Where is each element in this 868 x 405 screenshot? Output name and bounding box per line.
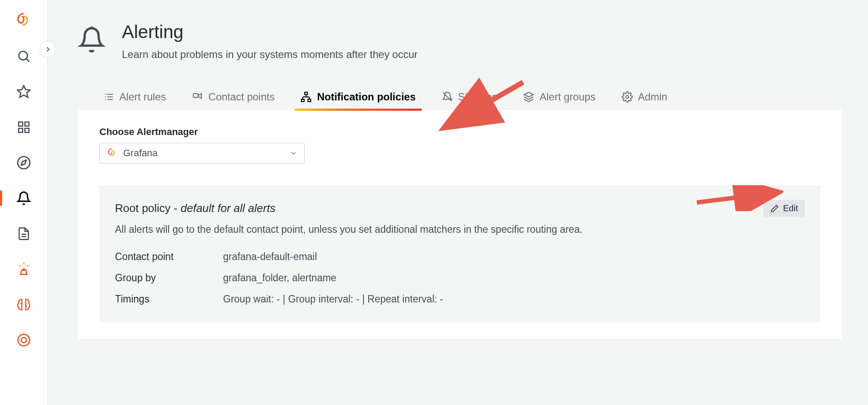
- choose-alertmanager-label: Choose Alertmanager: [99, 126, 820, 138]
- content-card: Choose Alertmanager Grafana Root policy …: [78, 110, 842, 339]
- root-policy-title-prefix: Root policy -: [115, 202, 181, 215]
- dashboards-icon[interactable]: [15, 119, 32, 136]
- bell-icon: [78, 26, 105, 54]
- tab-label: Admin: [638, 91, 667, 103]
- root-policy-panel: Root policy - default for all alerts Edi…: [99, 185, 820, 322]
- document-icon[interactable]: [15, 225, 32, 242]
- group-by-label: Group by: [115, 272, 223, 284]
- tab-label: Contact points: [208, 91, 274, 103]
- search-icon[interactable]: [15, 48, 32, 65]
- tab-label: Alert groups: [539, 91, 595, 103]
- ml-icon[interactable]: [15, 296, 32, 313]
- tab-contact-points[interactable]: Contact points: [192, 91, 274, 110]
- chevron-down-icon: [290, 149, 297, 157]
- sidebar: [0, 0, 48, 405]
- contact-point-value: grafana-default-email: [223, 251, 805, 263]
- svg-rect-5: [19, 129, 22, 132]
- timings-label: Timings: [115, 293, 223, 305]
- edit-button[interactable]: Edit: [763, 200, 805, 217]
- incident-icon[interactable]: [15, 260, 32, 278]
- grafana-mini-icon: [107, 148, 117, 158]
- svg-rect-4: [25, 122, 29, 126]
- svg-point-33: [625, 96, 629, 99]
- alertmanager-selected-value: Grafana: [123, 148, 284, 159]
- tab-alert-groups[interactable]: Alert groups: [523, 91, 595, 110]
- page-header: Alerting Learn about problems in your sy…: [78, 22, 842, 61]
- tab-label: Alert rules: [119, 91, 166, 103]
- pencil-icon: [770, 204, 779, 213]
- root-policy-title: Root policy - default for all alerts: [115, 202, 275, 215]
- tab-label: Notification policies: [317, 91, 415, 103]
- tabs: Alert rules Contact points Notification …: [78, 91, 842, 110]
- svg-marker-2: [17, 86, 29, 97]
- oncall-icon[interactable]: [15, 331, 32, 349]
- grafana-logo-icon[interactable]: [15, 12, 32, 29]
- root-policy-title-italic: default for all alerts: [181, 202, 276, 215]
- tab-silences[interactable]: Silences: [442, 91, 498, 110]
- policy-details: Contact point grafana-default-email Grou…: [115, 251, 805, 305]
- svg-point-0: [19, 51, 27, 60]
- svg-marker-32: [524, 92, 533, 97]
- svg-point-14: [18, 334, 29, 346]
- timings-value: Group wait: - | Group interval: - | Repe…: [223, 293, 805, 305]
- alertmanager-select[interactable]: Grafana: [99, 143, 305, 164]
- page-subtitle: Learn about problems in your systems mom…: [122, 48, 418, 61]
- svg-point-7: [17, 157, 29, 169]
- svg-rect-25: [302, 99, 305, 101]
- expand-sidebar-button[interactable]: [40, 41, 56, 58]
- tab-admin[interactable]: Admin: [622, 91, 667, 110]
- svg-line-1: [26, 59, 29, 61]
- svg-rect-23: [193, 93, 198, 97]
- svg-marker-8: [21, 160, 26, 165]
- svg-rect-24: [305, 92, 308, 94]
- svg-rect-26: [308, 99, 311, 101]
- explore-icon[interactable]: [15, 154, 32, 171]
- tab-label: Silences: [458, 91, 498, 103]
- page-title: Alerting: [122, 22, 418, 42]
- svg-rect-6: [25, 129, 29, 132]
- star-icon[interactable]: [15, 83, 32, 100]
- svg-rect-3: [19, 122, 22, 126]
- svg-rect-11: [22, 269, 25, 271]
- main-content: Alerting Learn about problems in your sy…: [48, 0, 868, 405]
- tab-alert-rules[interactable]: Alert rules: [104, 91, 166, 110]
- svg-point-15: [21, 338, 26, 343]
- contact-point-label: Contact point: [115, 251, 223, 263]
- group-by-value: grafana_folder, alertname: [223, 272, 805, 284]
- edit-button-label: Edit: [783, 203, 798, 213]
- alerting-icon[interactable]: [15, 190, 32, 207]
- tab-notification-policies[interactable]: Notification policies: [300, 91, 415, 110]
- root-policy-description: All alerts will go to the default contac…: [115, 224, 805, 235]
